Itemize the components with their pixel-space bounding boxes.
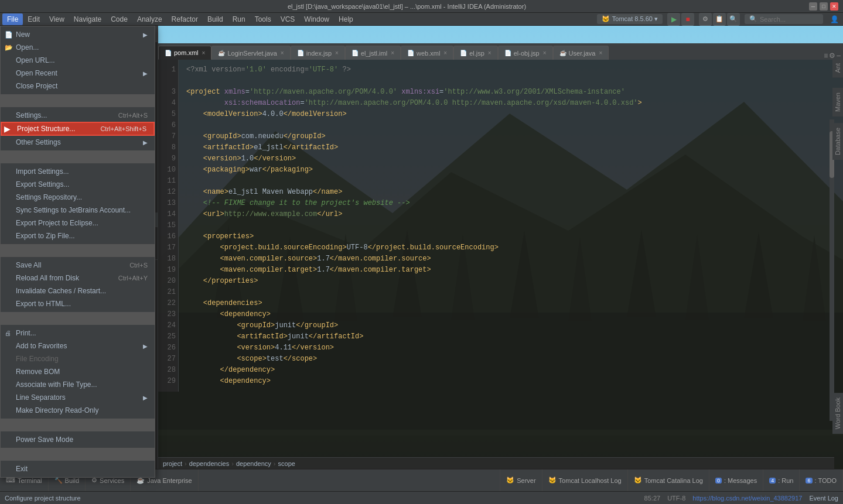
user-icon[interactable]: 👤	[828, 13, 841, 26]
menu-save-all[interactable]: Save All Ctrl+S	[1, 259, 155, 272]
menu-exit[interactable]: Exit	[1, 462, 155, 475]
tab-index[interactable]: 📄 index.jsp ×	[291, 46, 345, 60]
tab-webxml[interactable]: 📄 web.xml ×	[401, 46, 453, 60]
tab-todo[interactable]: 6 : TODO	[800, 469, 843, 492]
menu-reload-disk[interactable]: Reload All from Disk Ctrl+Alt+Y	[1, 272, 155, 284]
tomcat-tabs: 🐱 Server 🐱 Tomcat Localhost Log 🐱 Tomcat…	[500, 469, 709, 492]
menu-close-project[interactable]: Close Project	[1, 80, 155, 92]
menu-refactor[interactable]: Refactor	[167, 13, 203, 25]
tab-eljsp-close[interactable]: ×	[488, 50, 492, 56]
tab-webxml-close[interactable]: ×	[443, 50, 447, 56]
menu-help[interactable]: Help	[334, 13, 358, 25]
toolbar-btn3[interactable]: 🔍	[727, 13, 740, 26]
menu-open-recent[interactable]: Open Recent ▶	[1, 67, 155, 80]
menu-print[interactable]: 🖨 Print...	[1, 327, 155, 340]
tab-elobj[interactable]: 📄 el-obj.jsp ×	[498, 46, 553, 60]
tab-eljsp[interactable]: 📄 el.jsp ×	[453, 46, 498, 60]
menu-other-settings[interactable]: Other Settings ▶	[1, 136, 155, 149]
tomcat-selector[interactable]: 🐱 Tomcat 8.5.60 ▾	[597, 14, 663, 24]
search-box[interactable]: 🔍	[745, 14, 823, 24]
menu-tools[interactable]: Tools	[250, 13, 276, 25]
breadcrumb-scope[interactable]: scope	[278, 460, 295, 467]
menu-remove-bom[interactable]: Remove BOM	[1, 365, 155, 378]
run-badge: 4	[769, 478, 776, 484]
code-editor[interactable]: 1 3 4 5 6 7 8 9 10 11 12 13 14 15 16 17 …	[158, 60, 843, 469]
menu-project-structure[interactable]: ▶ Project Structure... Ctrl+Alt+Shift+S	[1, 122, 155, 136]
maximize-button[interactable]: □	[820, 2, 828, 11]
tab-elobj-close[interactable]: ×	[543, 50, 547, 56]
tomcat-localhost-tab[interactable]: 🐱 Tomcat Localhost Log	[542, 469, 628, 492]
tab-messages[interactable]: 0 : Messages	[709, 469, 763, 492]
menu-open-url[interactable]: Open URL...	[1, 54, 155, 67]
menu-add-favorites[interactable]: Add to Favorites ▶	[1, 340, 155, 352]
tab-pom-icon: 📄	[165, 50, 172, 56]
menu-edit[interactable]: Edit	[23, 13, 45, 25]
line-num-12: 12	[161, 187, 176, 198]
tab-login[interactable]: ☕ LoginServlet.java ×	[211, 46, 290, 60]
tab-eljstl-close[interactable]: ×	[391, 50, 394, 56]
close-button[interactable]: ✕	[830, 2, 838, 11]
menu-analyze[interactable]: Analyze	[132, 13, 167, 25]
database-label[interactable]: Database	[832, 123, 843, 160]
search-input[interactable]	[760, 16, 818, 23]
menu-new[interactable]: 📄 New ▶	[1, 28, 155, 41]
menu-run[interactable]: Run	[228, 13, 250, 25]
wordbook-label[interactable]: Word Book	[832, 393, 843, 434]
menu-open[interactable]: 📂 Open...	[1, 41, 155, 54]
menu-export-eclipse[interactable]: Export Project to Eclipse...	[1, 217, 155, 229]
vertical-scrollbar[interactable]	[830, 119, 834, 421]
breadcrumb-dependency[interactable]: dependency	[236, 460, 271, 467]
tab-eljsp-label: el.jsp	[469, 50, 484, 57]
maven-label[interactable]: Maven	[832, 88, 843, 116]
line-num-21: 21	[161, 287, 176, 298]
editor-ctrl2[interactable]: ⚙	[829, 52, 835, 60]
tab-elobj-label: el-obj.jsp	[514, 50, 540, 57]
menu-navigate[interactable]: Navigate	[69, 13, 106, 25]
editor-ctrl3[interactable]: –	[837, 52, 841, 60]
breadcrumb-sep1: ›	[185, 460, 187, 467]
breadcrumb-project[interactable]: project	[163, 460, 182, 467]
menu-code[interactable]: Code	[106, 13, 132, 25]
tab-pom-close[interactable]: ×	[202, 50, 206, 56]
menu-export-zip[interactable]: Export to Zip File...	[1, 229, 155, 242]
menu-import-settings[interactable]: Import Settings...	[1, 165, 155, 178]
menu-file[interactable]: File	[2, 13, 23, 25]
line-num-22: 22	[161, 298, 176, 309]
menu-window[interactable]: Window	[299, 13, 334, 25]
tomcat-catalina-tab[interactable]: 🐱 Tomcat Catalina Log	[628, 469, 709, 492]
menu-invalidate-caches[interactable]: Invalidate Caches / Restart...	[1, 284, 155, 297]
menu-settings[interactable]: Settings... Ctrl+Alt+S	[1, 109, 155, 122]
code-line-22: <dependencies>	[186, 298, 827, 309]
menu-build[interactable]: Build	[203, 13, 228, 25]
menu-settings-repo[interactable]: Settings Repository...	[1, 191, 155, 204]
menu-line-separators[interactable]: Line Separators ▶	[1, 391, 155, 404]
minimize-button[interactable]: ─	[809, 2, 817, 11]
tab-eljstl[interactable]: 📄 el_jstl.iml ×	[345, 46, 401, 60]
status-event-log[interactable]: Event Log	[809, 495, 838, 502]
menu-associate-file[interactable]: Associate with File Type...	[1, 378, 155, 391]
tab-user[interactable]: ☕ User.java ×	[553, 46, 609, 60]
menu-power-save[interactable]: Power Save Mode	[1, 433, 155, 446]
menu-export-settings[interactable]: Export Settings...	[1, 178, 155, 191]
run-button[interactable]: ▶	[667, 13, 680, 26]
tab-index-close[interactable]: ×	[335, 50, 339, 56]
tab-login-close[interactable]: ×	[281, 50, 284, 56]
menu-make-readonly[interactable]: Make Directory Read-Only	[1, 404, 155, 417]
tab-eljstl-label: el_jstl.iml	[361, 50, 387, 57]
toolbar-btn2[interactable]: 📋	[713, 13, 726, 26]
ant-text: Ant	[834, 63, 841, 73]
menu-sync-settings[interactable]: Sync Settings to JetBrains Account...	[1, 204, 155, 217]
toolbar-btn1[interactable]: ⚙	[699, 13, 712, 26]
stop-button[interactable]: ■	[681, 13, 694, 26]
sep5	[1, 419, 155, 431]
tab-run[interactable]: 4 : Run	[763, 469, 800, 492]
menu-view[interactable]: View	[45, 13, 69, 25]
tab-user-close[interactable]: ×	[599, 50, 602, 56]
menu-export-html[interactable]: Export to HTML...	[1, 297, 155, 310]
menu-vcs[interactable]: VCS	[276, 13, 300, 25]
breadcrumb-dependencies[interactable]: dependencies	[189, 460, 230, 467]
tab-pom[interactable]: 📄 pom.xml ×	[158, 46, 211, 60]
editor-ctrl1[interactable]: ≡	[824, 52, 828, 60]
ant-label[interactable]: Ant	[832, 59, 843, 78]
tomcat-server-tab[interactable]: 🐱 Server	[500, 469, 542, 492]
